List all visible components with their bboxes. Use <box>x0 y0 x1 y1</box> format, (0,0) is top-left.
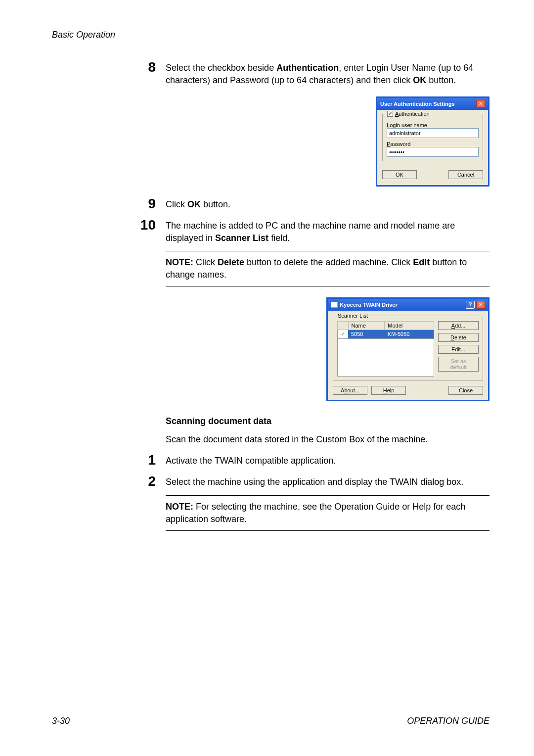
divider <box>166 495 490 496</box>
bold-ok: OK <box>413 75 426 85</box>
table-empty-area <box>337 339 434 377</box>
authentication-checkbox[interactable]: ✔ <box>387 111 393 117</box>
close-icon[interactable]: × <box>476 100 485 108</box>
text: field. <box>268 233 290 243</box>
note-1: NOTE: Click Delete button to delete the … <box>166 256 490 281</box>
step-number-8: 8 <box>136 60 166 87</box>
text: button. <box>426 75 456 85</box>
divider <box>166 530 490 531</box>
step-number-10: 10 <box>136 218 166 244</box>
help-button[interactable]: Help <box>371 386 406 395</box>
twain-driver-dialog: Kyocera TWAIN Driver ? × Scanner List <box>326 297 490 401</box>
step-number-1: 1 <box>136 453 166 468</box>
bold-delete: Delete <box>218 257 244 267</box>
cancel-button[interactable]: Cancel <box>448 170 483 179</box>
bold-edit: Edit <box>413 257 430 267</box>
authentication-group: ✔ Authentication Login user name Passwor… <box>382 114 483 161</box>
note-2: NOTE: For selecting the machine, see the… <box>166 501 490 525</box>
note-label: NOTE: <box>166 502 193 512</box>
edit-button[interactable]: Edit... <box>438 345 479 354</box>
step-number-2: 2 <box>136 474 166 489</box>
text: button. <box>201 199 230 209</box>
app-icon <box>331 302 338 308</box>
col-model[interactable]: Model <box>385 321 434 330</box>
dialog-titlebar[interactable]: Kyocera TWAIN Driver ? × <box>328 299 488 311</box>
note-label: NOTE: <box>166 257 193 267</box>
bold-authentication: Authentication <box>276 63 339 73</box>
scanner-list-group: Scanner List Name Model ✓ <box>333 316 483 381</box>
login-user-name-input[interactable] <box>387 128 479 138</box>
authentication-label: Authentication <box>395 111 430 117</box>
password-label: Password <box>387 141 479 147</box>
help-icon[interactable]: ? <box>466 301 475 309</box>
scanner-list-table[interactable]: Name Model ✓ 5050 KM-5050 <box>337 321 434 339</box>
step-body-10: The machine is added to PC and the machi… <box>166 218 490 244</box>
step-number-9: 9 <box>136 196 166 212</box>
text: button to delete the added machine. Clic… <box>244 257 413 267</box>
text: The machine is added to PC and the machi… <box>166 221 455 243</box>
close-icon[interactable]: × <box>476 301 485 309</box>
dialog-title: User Authentication Settings <box>380 101 455 107</box>
password-input[interactable] <box>387 147 479 157</box>
delete-button[interactable]: Delete <box>438 333 479 342</box>
table-row[interactable]: ✓ 5050 KM-5050 <box>338 330 434 338</box>
divider <box>166 286 490 286</box>
intro-text: Scan the document data stored in the Cus… <box>166 433 490 446</box>
dialog-title: Kyocera TWAIN Driver <box>340 302 398 308</box>
about-button[interactable]: About... <box>333 386 367 395</box>
page-header: Basic Operation <box>52 30 490 40</box>
step-body-8: Select the checkbox beside Authenticatio… <box>166 60 490 87</box>
subheading-scanning: Scanning document data <box>166 416 490 426</box>
scanner-list-label: Scanner List <box>336 313 369 319</box>
ok-button[interactable]: OK <box>382 170 417 179</box>
close-button[interactable]: Close <box>448 386 483 395</box>
text: Click <box>166 199 187 209</box>
step-body-9: Click OK button. <box>166 196 490 212</box>
col-name[interactable]: Name <box>348 321 385 330</box>
user-auth-dialog: User Authentication Settings × ✔ Authent… <box>376 96 490 187</box>
bold-ok: OK <box>187 199 201 209</box>
set-default-button: Set as default <box>438 357 479 372</box>
check-icon: ✓ <box>338 330 349 338</box>
text: Select the checkbox beside <box>166 63 276 73</box>
bold-scanner-list: Scanner List <box>215 233 268 243</box>
text: For selecting the machine, see the Opera… <box>166 502 465 524</box>
dialog-titlebar[interactable]: User Authentication Settings × <box>377 98 488 110</box>
text: Click <box>193 257 218 267</box>
step-body-2: Select the machine using the application… <box>166 474 490 489</box>
step-body-1: Activate the TWAIN compatible applicatio… <box>166 453 490 468</box>
cell-name: 5050 <box>348 330 385 338</box>
page-number: 3-30 <box>52 716 70 726</box>
login-user-name-label: Login user name <box>387 122 479 128</box>
footer-title: OPERATION GUIDE <box>407 716 490 726</box>
add-button[interactable]: Add... <box>438 321 479 330</box>
cell-model: KM-5050 <box>385 330 434 338</box>
divider <box>166 251 490 251</box>
